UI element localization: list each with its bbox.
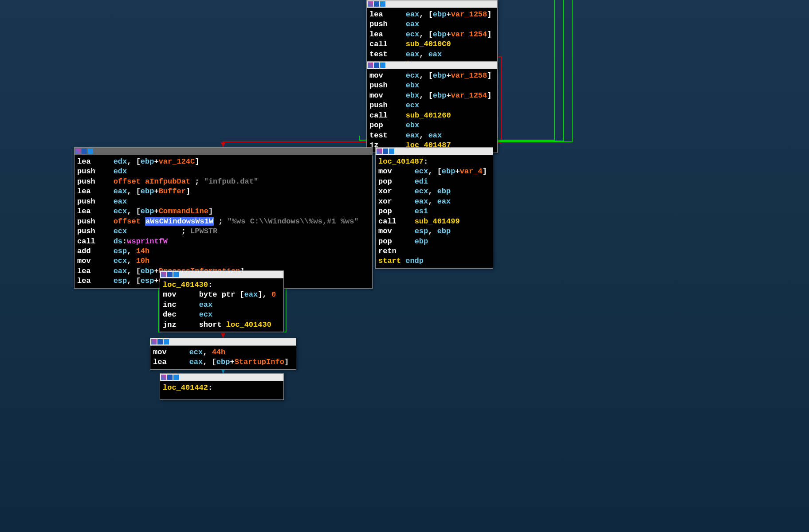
asm-line[interactable]: mov ecx, 44h <box>153 348 293 357</box>
tok-var[interactable]: Buffer <box>159 187 186 196</box>
block-body[interactable]: mov ecx, [ebp+var_1258]push ebxmov ebx, … <box>367 69 497 153</box>
tok-reg: eax <box>406 20 420 28</box>
asm-line[interactable]: call ds:wsprintfW <box>77 237 369 246</box>
asm-line[interactable]: mov ecx, [ebp+var_4] <box>378 167 490 176</box>
asm-line[interactable]: pop esi <box>378 207 490 216</box>
basic-block[interactable]: mov ecx, 44hlea eax, [ebp+StartupInfo] <box>150 338 296 370</box>
tok-var[interactable]: aInfpubDat <box>145 177 190 186</box>
asm-line[interactable]: mov ecx, [ebp+var_1258] <box>369 71 495 81</box>
block-titlebar[interactable] <box>75 148 372 155</box>
asm-line[interactable]: push offset aWsCWindowsWs1W ; "%ws C:\\W… <box>77 217 369 227</box>
asm-line[interactable]: push ebx <box>369 81 495 90</box>
asm-line[interactable]: dec ecx <box>163 310 281 320</box>
asm-line[interactable]: add esp, 14h <box>77 246 369 256</box>
tok-sub[interactable]: loc_401487 <box>378 157 424 166</box>
asm-line[interactable]: lea eax, [ebp+var_1258] <box>369 10 495 20</box>
tok-reg: eax <box>244 290 258 299</box>
asm-line[interactable]: lea eax, [ebp+Buffer] <box>77 187 369 196</box>
tok-reg: eax <box>415 197 428 206</box>
asm-line[interactable]: lea ecx, [ebp+var_1254] <box>369 30 495 39</box>
asm-line[interactable]: mov ebx, [ebp+var_1254] <box>369 91 495 101</box>
tok-reg: ecx <box>114 207 127 215</box>
block-titlebar[interactable] <box>150 338 296 346</box>
asm-line[interactable]: push edx <box>77 167 369 176</box>
tok-sub[interactable]: loc_401442 <box>163 383 208 392</box>
tok-reg: esp <box>114 247 127 255</box>
tok-mn: mov <box>153 348 167 356</box>
asm-line[interactable]: push offset aInfpubDat ; "infpub.dat" <box>77 177 369 187</box>
asm-line[interactable]: loc_401487: <box>378 157 490 167</box>
asm-line[interactable]: lea edx, [ebp+var_124C] <box>77 157 369 167</box>
tok-var[interactable]: var_1258 <box>451 10 487 19</box>
block-body[interactable]: lea edx, [ebp+var_124C]push edxpush offs… <box>75 155 372 288</box>
tok-sel[interactable]: aWsCWindowsWs1W <box>145 217 214 226</box>
asm-line[interactable]: call sub_401260 <box>369 111 495 121</box>
tok-sym: + <box>446 91 451 100</box>
block-header-icon <box>88 149 93 154</box>
block-body[interactable]: mov ecx, 44hlea eax, [ebp+StartupInfo] <box>150 346 296 369</box>
asm-line[interactable]: lea ecx, [ebp+CommandLine] <box>77 207 369 216</box>
tok-fn[interactable]: wsprintfW <box>127 237 168 246</box>
asm-line[interactable]: test eax, eax <box>369 50 495 59</box>
tok-num: 10h <box>136 257 150 265</box>
asm-line[interactable]: push ecx <box>369 101 495 110</box>
tok-reg: ebp <box>433 71 447 80</box>
block-titlebar[interactable] <box>376 148 493 155</box>
asm-line[interactable]: jnz short loc_401430 <box>163 320 281 330</box>
asm-line[interactable]: loc_401430: <box>163 280 281 290</box>
tok-sub[interactable]: loc_401430 <box>163 281 208 289</box>
asm-line[interactable]: inc eax <box>163 300 281 310</box>
asm-line[interactable]: loc_401442: <box>163 383 281 393</box>
asm-line[interactable]: push eax <box>77 197 369 207</box>
asm-line[interactable]: push ecx ; LPWSTR <box>77 227 369 236</box>
asm-line[interactable]: xor eax, eax <box>378 197 490 207</box>
asm-line[interactable]: lea eax, [ebp+StartupInfo] <box>153 357 293 367</box>
tok-var[interactable]: var_124C <box>159 157 195 166</box>
block-body[interactable]: loc_401487:mov ecx, [ebp+var_4]pop edixo… <box>376 155 493 268</box>
asm-line[interactable]: pop edi <box>378 177 490 187</box>
block-header-icon <box>374 1 379 7</box>
tok-var[interactable]: var_1258 <box>451 71 487 80</box>
basic-block[interactable]: loc_401442: <box>160 373 284 400</box>
tok-sub[interactable]: sub_401260 <box>406 111 451 120</box>
asm-line[interactable]: pop ebp <box>378 237 490 246</box>
block-header-icon <box>75 149 81 154</box>
tok-sym: ], <box>258 290 271 299</box>
tok-sub[interactable]: start <box>378 257 401 265</box>
block-titlebar[interactable] <box>367 0 497 8</box>
asm-line[interactable]: retn <box>378 246 490 256</box>
asm-line[interactable]: test eax, eax <box>369 131 495 141</box>
asm-line[interactable]: mov byte ptr [eax], 0 <box>163 290 281 300</box>
block-body[interactable]: loc_401442: <box>160 381 283 395</box>
tok-mn: push <box>369 81 388 90</box>
asm-line[interactable]: push eax <box>369 20 495 29</box>
basic-block[interactable]: loc_401430:mov byte ptr [eax], 0inc eaxd… <box>160 270 284 332</box>
tok-var[interactable]: var_4 <box>460 167 483 176</box>
asm-line[interactable]: xor ecx, ebp <box>378 187 490 196</box>
asm-line[interactable]: mov esp, ebp <box>378 227 490 236</box>
tok-sub[interactable]: loc_401430 <box>226 321 271 329</box>
block-titlebar[interactable] <box>367 62 497 69</box>
block-titlebar[interactable] <box>160 271 283 278</box>
disassembly-graph-canvas[interactable]: lea eax, [ebp+var_1258]push eaxlea ecx, … <box>0 0 809 532</box>
tok-reg: edx <box>114 167 127 176</box>
tok-var[interactable]: CommandLine <box>159 207 208 215</box>
tok-var[interactable]: var_1254 <box>451 91 487 100</box>
tok-mn: inc <box>163 301 177 309</box>
asm-line[interactable]: pop ebx <box>369 121 495 130</box>
asm-line[interactable]: call sub_4010C0 <box>369 39 495 49</box>
tok-reg: eax <box>406 131 420 140</box>
tok-var[interactable]: StartupInfo <box>235 358 284 366</box>
basic-block[interactable]: lea edx, [ebp+var_124C]push edxpush offs… <box>74 147 373 289</box>
block-titlebar[interactable] <box>160 374 283 381</box>
block-body[interactable]: loc_401430:mov byte ptr [eax], 0inc eaxd… <box>160 278 283 332</box>
asm-line[interactable]: call sub_401499 <box>378 217 490 227</box>
tok-var[interactable]: var_1254 <box>451 30 487 39</box>
basic-block[interactable]: loc_401487:mov ecx, [ebp+var_4]pop edixo… <box>375 147 493 269</box>
tok-sub[interactable]: sub_401499 <box>415 217 460 226</box>
asm-line[interactable]: start endp <box>378 256 490 266</box>
asm-line[interactable]: mov ecx, 10h <box>77 256 369 266</box>
tok-sub[interactable]: sub_4010C0 <box>406 40 451 48</box>
basic-block[interactable]: mov ecx, [ebp+var_1258]push ebxmov ebx, … <box>366 61 498 153</box>
tok-sym: , <box>428 187 437 196</box>
